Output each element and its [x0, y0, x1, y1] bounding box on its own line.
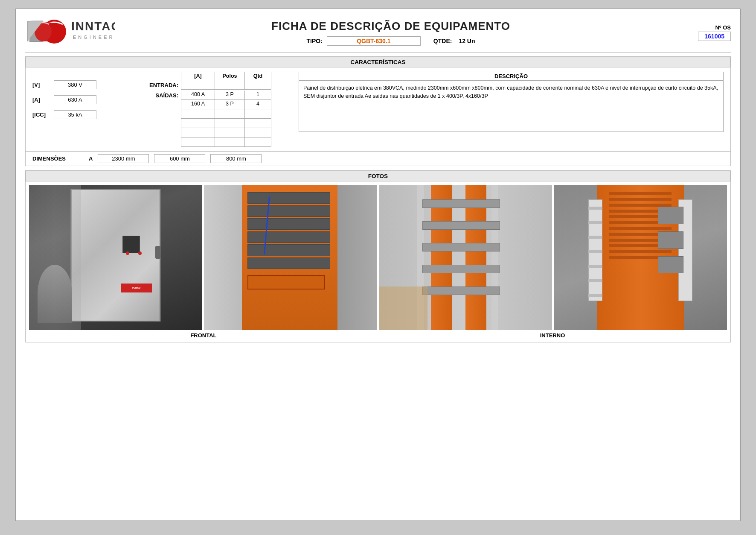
dim-value-3: 800 mm: [210, 154, 262, 163]
saidas-p-6: [215, 137, 245, 147]
col-header-a: [A]: [181, 72, 215, 80]
dim-label: DIMENSÕES: [32, 155, 84, 162]
saidas-q-3: [245, 109, 271, 119]
svg-text:INNTAG: INNTAG: [71, 20, 115, 33]
spec-label-icc: [ICC]: [32, 111, 50, 118]
foto-3: [379, 185, 552, 330]
desc-title: DESCRIÇÃO: [299, 72, 724, 81]
foto-2: [204, 185, 377, 330]
saidas-q-1: 1: [245, 91, 271, 100]
saidas-row-3: [181, 109, 271, 119]
spec-row-a: [A] 630 A: [32, 95, 143, 104]
os-label: Nº OS: [658, 24, 731, 31]
saidas-label: SAÍDAS:: [148, 91, 181, 99]
svg-text:ENGINEER: ENGINEER: [73, 35, 114, 40]
desc-box: Painel de distribuição elétrica em 380VC…: [299, 81, 724, 132]
entrada-q-1: [245, 80, 271, 90]
tipo-label: TIPO:: [306, 38, 322, 44]
saidas-q-5: [245, 128, 271, 137]
saidas-q-6: [245, 137, 271, 147]
char-section-header: CARACTERÍSTICAS: [26, 57, 730, 67]
col-header-polos: Polos: [215, 72, 245, 80]
saidas-p-4: [215, 119, 245, 128]
saidas-a-4: [181, 119, 215, 128]
os-area: Nº OS 161005: [658, 24, 731, 41]
fotos-section-header: FOTOS: [26, 171, 730, 181]
entrada-block: ENTRADA:: [148, 80, 288, 90]
tipo-row: TIPO: QGBT-630.1 QTDE: 12 Un: [123, 36, 658, 46]
saidas-a-1: 400 A: [181, 91, 215, 100]
os-number: 161005: [698, 32, 731, 41]
saidas-rows: 400 A 3 P 1 160 A 3 P 4: [181, 91, 271, 147]
qtde-value: 12 Un: [459, 38, 475, 44]
title-area: FICHA DE DESCRIÇÃO DE EQUIPAMENTO TIPO: …: [123, 20, 658, 46]
saidas-row-1: 400 A 3 P 1: [181, 91, 271, 100]
saidas-q-4: [245, 119, 271, 128]
saidas-a-5: [181, 128, 215, 137]
spec-row-icc: [ICC] 35 kA: [32, 110, 143, 119]
dim-value-2: 600 mm: [154, 154, 205, 163]
caption-frontal: FRONTAL: [29, 332, 378, 339]
header: INNTAG ENGINEER FICHA DE DESCRIÇÃO DE EQ…: [25, 17, 731, 53]
char-body: [V] 380 V [A] 630 A [ICC] 35 kA [A] Polo…: [26, 67, 730, 151]
spec-label-v: [V]: [32, 82, 50, 88]
foto-1: PERIGO: [29, 185, 202, 330]
char-section: CARACTERÍSTICAS [V] 380 V [A] 630 A [ICC…: [25, 56, 731, 166]
saidas-a-6: [181, 137, 215, 147]
logo-area: INNTAG ENGINEER: [25, 17, 123, 48]
spec-value-v: 380 V: [54, 80, 96, 89]
saidas-p-2: 3 P: [215, 100, 245, 109]
fotos-captions: FRONTAL INTERNO: [26, 330, 730, 342]
logo-svg: INNTAG ENGINEER: [25, 17, 115, 47]
dim-value-1: 2300 mm: [98, 154, 149, 163]
foto-4: [554, 185, 727, 330]
table-header-row: [A] Polos Qtd: [181, 72, 288, 80]
spec-row-v: [V] 380 V: [32, 80, 143, 89]
saidas-row-5: [181, 128, 271, 137]
entrada-a-1: [181, 80, 215, 90]
saidas-row-4: [181, 119, 271, 128]
saidas-row-2: 160 A 3 P 4: [181, 100, 271, 109]
dim-row: DIMENSÕES A 2300 mm 600 mm 800 mm: [26, 151, 730, 166]
saidas-p-5: [215, 128, 245, 137]
spec-value-a: 630 A: [54, 95, 96, 104]
saidas-a-3: [181, 109, 215, 119]
caption-interno: INTERNO: [378, 332, 727, 339]
entrada-row-1: [181, 80, 271, 90]
entrada-label: ENTRADA:: [148, 80, 181, 88]
saidas-a-2: 160 A: [181, 100, 215, 109]
page: INNTAG ENGINEER FICHA DE DESCRIÇÃO DE EQ…: [15, 9, 741, 521]
saidas-p-3: [215, 109, 245, 119]
entrada-rows: [181, 80, 271, 90]
saidas-row-6: [181, 137, 271, 147]
right-desc: DESCRIÇÃO Painel de distribuição elétric…: [288, 72, 724, 147]
spec-value-icc: 35 kA: [54, 110, 96, 119]
main-title: FICHA DE DESCRIÇÃO DE EQUIPAMENTO: [123, 20, 658, 33]
middle-area: [A] Polos Qtd ENTRADA:: [143, 72, 288, 147]
left-specs: [V] 380 V [A] 630 A [ICC] 35 kA: [32, 72, 143, 147]
qtde-label: QTDE:: [433, 38, 452, 44]
tipo-value: QGBT-630.1: [327, 36, 421, 46]
dim-a-label: A: [89, 155, 93, 162]
fotos-section: FOTOS PERIGO: [25, 170, 731, 342]
col-header-qtd: Qtd: [245, 72, 271, 80]
saidas-p-1: 3 P: [215, 91, 245, 100]
saidas-block: SAÍDAS: 400 A 3 P 1 160 A 3 P 4: [148, 91, 288, 147]
spec-label-a: [A]: [32, 96, 50, 103]
saidas-q-2: 4: [245, 100, 271, 109]
fotos-body: PERIGO: [26, 181, 730, 330]
entrada-p-1: [215, 80, 245, 90]
